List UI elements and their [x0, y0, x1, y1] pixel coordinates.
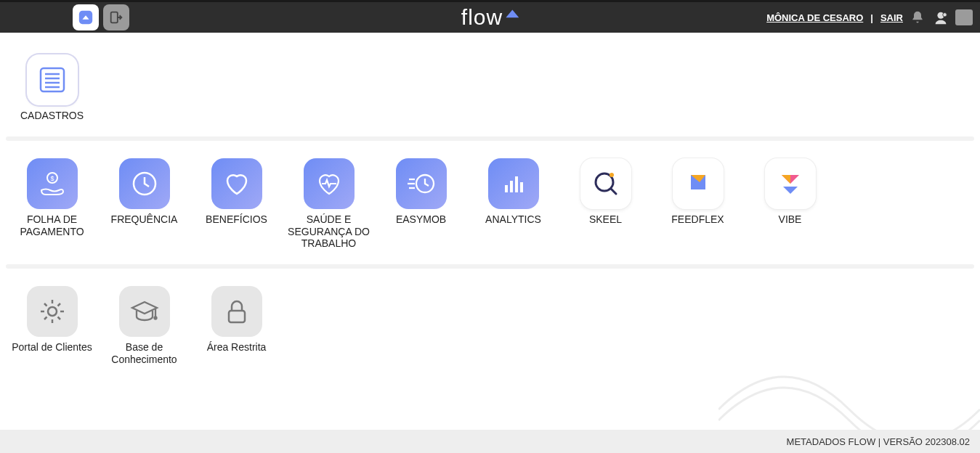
topbar-right: MÔNICA DE CESARO | SAIR: [766, 9, 973, 26]
separator: |: [870, 12, 873, 23]
app-label: Base de Conhecimento: [101, 341, 187, 366]
app-label: SKEEL: [589, 213, 622, 226]
svg-rect-16: [505, 185, 508, 192]
app-label: VIBE: [779, 213, 802, 226]
home-button[interactable]: [73, 4, 99, 30]
headset-icon: [933, 9, 949, 25]
main-content: CADASTROS $ FOLHA DE PAGAMENTO FRE: [0, 33, 980, 370]
bars-icon: [488, 158, 539, 209]
app-beneficios[interactable]: BENEFÍCIOS: [190, 151, 283, 254]
user-name-link[interactable]: MÔNICA DE CESARO: [766, 12, 863, 23]
app-label: EASYMOB: [396, 213, 446, 226]
logout-link[interactable]: SAIR: [880, 12, 903, 23]
home-triangle-icon: [78, 9, 94, 25]
vibe-icon: [765, 158, 816, 209]
svg-text:$: $: [50, 175, 54, 182]
svg-rect-26: [229, 311, 245, 322]
divider: [6, 264, 974, 269]
app-frequencia[interactable]: FREQUÊNCIA: [98, 151, 190, 254]
exit-icon: [108, 9, 124, 25]
app-base-conhecimento[interactable]: Base de Conhecimento: [98, 279, 190, 370]
svg-rect-19: [520, 182, 523, 192]
app-label: ANALYTICS: [485, 213, 541, 226]
logo-text: flow: [461, 5, 503, 30]
app-label: FEEDFLEX: [671, 213, 724, 226]
gear-icon: [27, 286, 78, 337]
svg-point-25: [154, 317, 156, 319]
svg-point-3: [943, 13, 947, 17]
footer-bar: METADADOS FLOW | VERSÃO 202308.02: [0, 430, 980, 453]
top-bar: flow MÔNICA DE CESARO | SAIR: [0, 0, 980, 33]
app-label: Portal de Clientes: [12, 341, 92, 354]
app-area-restrita[interactable]: Área Restrita: [190, 279, 283, 370]
app-folha-pagamento[interactable]: $ FOLHA DE PAGAMENTO: [6, 151, 98, 254]
lock-icon: [211, 286, 262, 337]
app-label: Área Restrita: [207, 341, 267, 354]
divider: [6, 136, 974, 141]
hand-coin-icon: $: [27, 158, 78, 209]
app-logo: flow: [461, 5, 519, 30]
support-button[interactable]: [932, 9, 949, 26]
footer-version-text: METADADOS FLOW | VERSÃO 202308.02: [787, 436, 970, 447]
section-row-0: CADASTROS: [6, 47, 974, 126]
heart-pulse-icon: [304, 158, 355, 209]
inbox-icon: [955, 9, 973, 25]
app-analytics[interactable]: ANALYTICS: [467, 151, 559, 254]
app-cadastros[interactable]: CADASTROS: [6, 47, 98, 126]
svg-point-23: [48, 307, 57, 316]
topbar-left: [73, 4, 129, 30]
logo-triangle-icon: [506, 8, 519, 18]
bell-icon: [910, 10, 925, 25]
svg-point-22: [610, 173, 614, 177]
inbox-button[interactable]: [955, 9, 973, 26]
fold-square-icon: [673, 158, 724, 209]
speed-clock-icon: [396, 158, 447, 209]
app-label: FREQUÊNCIA: [111, 213, 178, 226]
app-vibe[interactable]: VIBE: [744, 151, 836, 254]
list-lines-icon: [27, 54, 78, 105]
clock-icon: [119, 158, 170, 209]
section-row-2: Portal de Clientes Base de Conhecimento: [6, 279, 974, 370]
svg-line-21: [611, 189, 616, 194]
section-row-1: $ FOLHA DE PAGAMENTO FREQUÊNCIA BENE: [6, 151, 974, 254]
app-label: FOLHA DE PAGAMENTO: [9, 213, 95, 238]
notifications-button[interactable]: [909, 9, 926, 26]
app-easymob[interactable]: EASYMOB: [375, 151, 467, 254]
app-label: BENEFÍCIOS: [206, 213, 267, 226]
app-label: SAÚDE E SEGURANÇA DO TRABALHO: [286, 213, 372, 250]
svg-rect-18: [515, 176, 518, 192]
app-saude-seguranca[interactable]: SAÚDE E SEGURANÇA DO TRABALHO: [283, 151, 375, 254]
svg-rect-1: [111, 12, 118, 23]
grad-cap-icon: [119, 286, 170, 337]
exit-button[interactable]: [103, 4, 129, 30]
app-skeel[interactable]: SKEEL: [559, 151, 652, 254]
svg-rect-17: [510, 181, 513, 192]
app-label: CADASTROS: [20, 110, 84, 122]
app-feedflex[interactable]: FEEDFLEX: [652, 151, 744, 254]
heart-icon: [211, 158, 262, 209]
magnify-orange-icon: [580, 158, 631, 209]
app-portal-clientes[interactable]: Portal de Clientes: [6, 279, 98, 370]
